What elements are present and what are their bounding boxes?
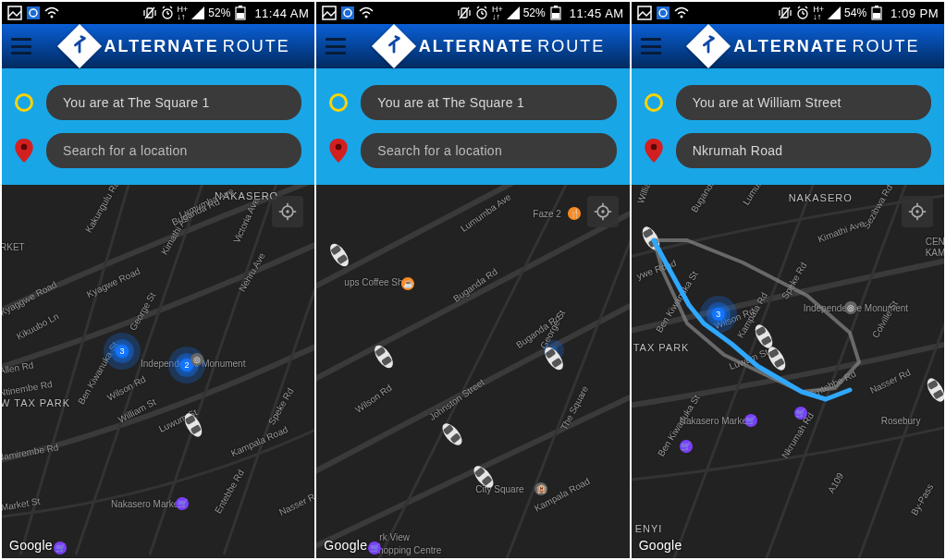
svg-point-29 xyxy=(365,16,368,18)
app-header: ALTERNATEROUTE xyxy=(2,24,314,68)
clock-time: 1:09 PM xyxy=(891,6,939,20)
svg-rect-40 xyxy=(554,6,558,7)
destination-input[interactable] xyxy=(361,133,616,168)
gallery-icon xyxy=(637,6,652,20)
svg-rect-27 xyxy=(341,6,354,19)
logo-icon xyxy=(372,24,416,68)
battery-percentage: 54% xyxy=(844,6,866,19)
origin-icon xyxy=(329,93,348,112)
logo-icon xyxy=(56,24,101,68)
signal-icon xyxy=(506,6,521,20)
poi-marker: 🏨 xyxy=(534,482,547,495)
svg-rect-78 xyxy=(875,6,878,7)
alarm-icon xyxy=(474,6,489,20)
status-bar: H+↓↑ 52% 11:45 AM xyxy=(316,2,629,24)
app-logo: ALTERNATEROUTE xyxy=(678,30,935,62)
brand-bold: ALTERNATE xyxy=(104,37,219,56)
wifi-icon xyxy=(359,6,374,20)
logo-icon xyxy=(686,24,731,68)
alarm-icon xyxy=(795,6,810,20)
wifi-icon xyxy=(674,6,689,20)
svg-rect-41 xyxy=(552,13,559,18)
poi-marker: ☕ xyxy=(401,277,414,290)
search-panel xyxy=(316,68,629,185)
data-icon: H+↓↑ xyxy=(178,6,189,20)
search-panel xyxy=(632,68,944,185)
status-bar: H+↓↑ 54% 1:09 PM xyxy=(632,2,944,24)
destination-icon xyxy=(15,139,33,163)
svg-point-59 xyxy=(601,210,604,213)
vibrate-icon xyxy=(457,6,472,20)
brand-bold: ALTERNATE xyxy=(419,37,534,56)
svg-point-16 xyxy=(21,144,28,151)
battery-percentage: 52% xyxy=(523,6,546,19)
screen-3: H+↓↑ 54% 1:09 PM ALTERNATEROUTE NAKASERO… xyxy=(632,2,944,558)
google-attribution: Google xyxy=(324,538,367,553)
poi-marker: 🛒 xyxy=(54,542,67,554)
data-icon: H+↓↑ xyxy=(492,6,503,20)
app-status-icon xyxy=(656,6,670,20)
gallery-icon xyxy=(322,6,337,20)
origin-input[interactable] xyxy=(361,85,616,120)
battery-icon xyxy=(869,6,884,20)
destination-input[interactable] xyxy=(46,133,301,168)
menu-button[interactable] xyxy=(641,38,661,55)
brand-bold: ALTERNATE xyxy=(733,37,848,56)
data-icon: H+↓↑ xyxy=(813,6,824,20)
svg-point-3 xyxy=(51,16,54,18)
map-view[interactable]: NAKASEROTAX PARKENYIWilliam StRIBuganda … xyxy=(632,185,944,558)
poi-marker: 🛒 xyxy=(368,542,381,554)
clock-time: 11:44 AM xyxy=(254,6,309,20)
svg-point-42 xyxy=(336,144,342,151)
menu-button[interactable] xyxy=(326,38,346,55)
search-panel xyxy=(2,68,314,185)
destination-icon xyxy=(329,139,348,163)
origin-input[interactable] xyxy=(676,85,931,120)
poi-marker: 🍴 xyxy=(568,207,581,220)
app-logo: ALTERNATEROUTE xyxy=(362,30,620,62)
origin-input[interactable] xyxy=(46,85,301,120)
app-header: ALTERNATEROUTE xyxy=(316,24,629,68)
brand-light: ROUTE xyxy=(537,37,605,56)
svg-point-21 xyxy=(287,210,289,213)
screen-1: H+↓↑ 52% 11:44 AM ALTERNATEROUTE xyxy=(2,2,314,558)
brand-light: ROUTE xyxy=(852,37,919,56)
svg-rect-1 xyxy=(27,6,40,19)
svg-line-11 xyxy=(163,6,165,8)
map-view[interactable]: Faze 2Lumumba AveBuganda RdBuganda Rdups… xyxy=(316,185,629,558)
map-view[interactable]: NAKASEROW TAX PARKRKETLumumba AveVictori… xyxy=(2,185,314,558)
svg-point-67 xyxy=(680,16,682,18)
battery-icon xyxy=(548,6,563,20)
locate-me-button[interactable] xyxy=(587,196,619,227)
app-status-icon xyxy=(26,6,41,20)
svg-rect-65 xyxy=(657,6,670,19)
battery-percentage: 52% xyxy=(208,6,230,19)
clock-time: 11:45 AM xyxy=(570,6,624,20)
menu-button[interactable] xyxy=(11,38,31,55)
svg-line-75 xyxy=(798,6,800,8)
origin-icon xyxy=(15,93,33,112)
destination-icon xyxy=(645,139,663,163)
signal-icon xyxy=(827,6,842,20)
origin-icon xyxy=(645,93,663,112)
brand-light: ROUTE xyxy=(223,37,290,56)
svg-line-38 xyxy=(485,6,486,8)
vibrate-icon xyxy=(142,6,157,20)
battery-icon xyxy=(233,6,248,20)
destination-input[interactable] xyxy=(676,133,931,168)
svg-line-12 xyxy=(170,6,172,8)
locate-me-button[interactable] xyxy=(272,196,303,227)
poi-marker: ◎ xyxy=(190,353,203,366)
app-header: ALTERNATEROUTE xyxy=(632,24,944,68)
screen-2: H+↓↑ 52% 11:45 AM ALTERNATEROUTE xyxy=(316,2,629,558)
svg-rect-14 xyxy=(239,6,242,7)
poi-marker: 🛒 xyxy=(176,497,189,510)
vibrate-icon xyxy=(778,6,792,20)
google-attribution: Google xyxy=(9,538,53,553)
svg-line-76 xyxy=(805,6,807,8)
wifi-icon xyxy=(44,6,59,20)
signal-icon xyxy=(190,6,205,20)
svg-rect-79 xyxy=(873,13,880,18)
app-status-icon xyxy=(340,6,355,20)
status-bar: H+↓↑ 52% 11:44 AM xyxy=(2,2,314,24)
